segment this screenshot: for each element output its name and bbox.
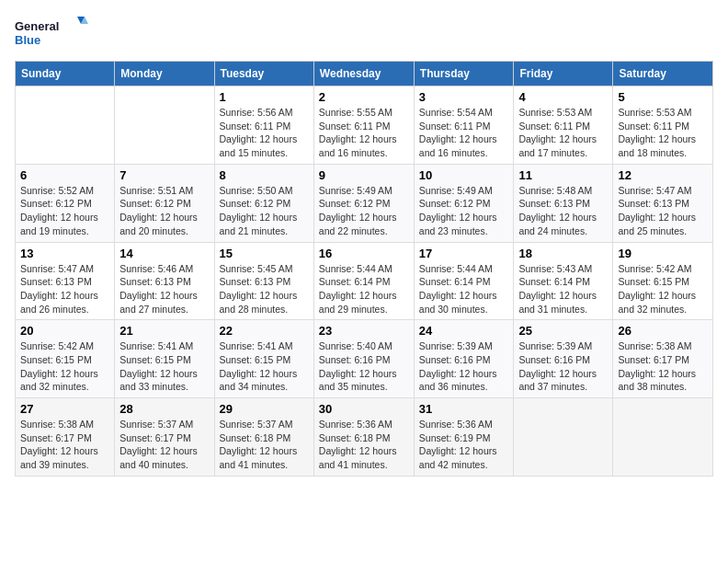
day-info: Sunrise: 5:43 AMSunset: 6:14 PMDaylight:… [518,262,608,316]
calendar-cell: 21Sunrise: 5:41 AMSunset: 6:15 PMDayligh… [115,320,214,398]
day-info: Sunrise: 5:51 AMSunset: 6:12 PMDaylight:… [119,184,209,238]
day-number: 26 [618,324,708,338]
day-number: 17 [419,247,509,260]
calendar-week-3: 13Sunrise: 5:47 AMSunset: 6:13 PMDayligh… [16,242,713,320]
day-number: 20 [20,324,109,338]
calendar-week-1: 1Sunrise: 5:56 AMSunset: 6:11 PMDaylight… [16,86,713,165]
day-info: Sunrise: 5:56 AMSunset: 6:11 PMDaylight:… [220,106,309,160]
day-info: Sunrise: 5:55 AMSunset: 6:11 PMDaylight:… [319,106,409,160]
day-number: 7 [119,168,209,182]
day-info: Sunrise: 5:53 AMSunset: 6:11 PMDaylight:… [618,106,708,160]
calendar-cell: 5Sunrise: 5:53 AMSunset: 6:11 PMDaylight… [613,86,713,165]
day-number: 18 [518,247,608,260]
weekday-header-wednesday: Wednesday [313,62,414,86]
day-info: Sunrise: 5:38 AMSunset: 6:17 PMDaylight:… [618,339,708,394]
calendar-cell: 17Sunrise: 5:44 AMSunset: 6:14 PMDayligh… [414,242,514,320]
day-info: Sunrise: 5:48 AMSunset: 6:13 PMDaylight:… [518,184,608,238]
day-info: Sunrise: 5:52 AMSunset: 6:12 PMDaylight:… [20,184,109,238]
day-number: 11 [518,168,608,182]
calendar-cell: 7Sunrise: 5:51 AMSunset: 6:12 PMDaylight… [115,164,214,242]
day-number: 15 [220,247,309,260]
weekday-header-tuesday: Tuesday [214,62,313,86]
day-number: 3 [419,90,509,104]
day-info: Sunrise: 5:39 AMSunset: 6:16 PMDaylight:… [518,339,608,394]
logo-svg: General Blue [15,15,88,52]
day-number: 9 [319,168,409,182]
calendar-cell: 4Sunrise: 5:53 AMSunset: 6:11 PMDaylight… [514,86,613,165]
day-info: Sunrise: 5:36 AMSunset: 6:19 PMDaylight:… [419,418,509,472]
calendar-cell: 2Sunrise: 5:55 AMSunset: 6:11 PMDaylight… [313,86,414,165]
logo: General Blue [15,15,88,52]
weekday-header-sunday: Sunday [16,62,115,86]
weekday-header-saturday: Saturday [613,62,713,86]
day-number: 29 [220,402,309,416]
calendar-week-5: 27Sunrise: 5:38 AMSunset: 6:17 PMDayligh… [16,398,713,477]
day-info: Sunrise: 5:44 AMSunset: 6:14 PMDaylight:… [319,262,409,316]
day-number: 14 [119,247,209,260]
calendar-cell: 26Sunrise: 5:38 AMSunset: 6:17 PMDayligh… [613,320,713,398]
day-info: Sunrise: 5:47 AMSunset: 6:13 PMDaylight:… [618,184,708,238]
weekday-header-row: SundayMondayTuesdayWednesdayThursdayFrid… [16,62,713,86]
day-number: 24 [419,324,509,338]
calendar-cell: 12Sunrise: 5:47 AMSunset: 6:13 PMDayligh… [613,164,713,242]
calendar-cell [613,398,713,477]
day-number: 22 [220,324,309,338]
day-info: Sunrise: 5:38 AMSunset: 6:17 PMDaylight:… [20,418,109,472]
calendar-cell: 15Sunrise: 5:45 AMSunset: 6:13 PMDayligh… [214,242,313,320]
svg-text:General: General [15,19,59,33]
calendar-cell: 19Sunrise: 5:42 AMSunset: 6:15 PMDayligh… [613,242,713,320]
calendar-cell: 3Sunrise: 5:54 AMSunset: 6:11 PMDaylight… [414,86,514,165]
calendar-cell: 31Sunrise: 5:36 AMSunset: 6:19 PMDayligh… [414,398,514,477]
day-info: Sunrise: 5:50 AMSunset: 6:12 PMDaylight:… [220,184,309,238]
day-info: Sunrise: 5:40 AMSunset: 6:16 PMDaylight:… [319,339,409,394]
day-number: 4 [518,90,608,104]
day-info: Sunrise: 5:44 AMSunset: 6:14 PMDaylight:… [419,262,509,316]
day-number: 13 [20,247,109,260]
calendar-cell: 22Sunrise: 5:41 AMSunset: 6:15 PMDayligh… [214,320,313,398]
calendar-cell: 8Sunrise: 5:50 AMSunset: 6:12 PMDaylight… [214,164,313,242]
calendar-cell [514,398,613,477]
day-info: Sunrise: 5:46 AMSunset: 6:13 PMDaylight:… [119,262,209,316]
calendar-cell: 1Sunrise: 5:56 AMSunset: 6:11 PMDaylight… [214,86,313,165]
calendar-table: SundayMondayTuesdayWednesdayThursdayFrid… [15,61,713,477]
day-number: 12 [618,168,708,182]
page-header: General Blue [15,15,713,52]
day-info: Sunrise: 5:54 AMSunset: 6:11 PMDaylight:… [419,106,509,160]
calendar-cell: 28Sunrise: 5:37 AMSunset: 6:17 PMDayligh… [115,398,214,477]
day-number: 28 [119,402,209,416]
calendar-cell [16,86,115,165]
day-number: 6 [20,168,109,182]
day-info: Sunrise: 5:53 AMSunset: 6:11 PMDaylight:… [518,106,608,160]
day-info: Sunrise: 5:41 AMSunset: 6:15 PMDaylight:… [220,339,309,394]
calendar-week-4: 20Sunrise: 5:42 AMSunset: 6:15 PMDayligh… [16,320,713,398]
day-number: 19 [618,247,708,260]
calendar-cell: 18Sunrise: 5:43 AMSunset: 6:14 PMDayligh… [514,242,613,320]
day-number: 8 [220,168,309,182]
day-info: Sunrise: 5:39 AMSunset: 6:16 PMDaylight:… [419,339,509,394]
day-number: 5 [618,90,708,104]
day-info: Sunrise: 5:42 AMSunset: 6:15 PMDaylight:… [618,262,708,316]
day-info: Sunrise: 5:37 AMSunset: 6:17 PMDaylight:… [119,418,209,472]
day-number: 10 [419,168,509,182]
day-info: Sunrise: 5:47 AMSunset: 6:13 PMDaylight:… [20,262,109,316]
weekday-header-thursday: Thursday [414,62,514,86]
calendar-cell: 13Sunrise: 5:47 AMSunset: 6:13 PMDayligh… [16,242,115,320]
day-number: 31 [419,402,509,416]
calendar-cell: 23Sunrise: 5:40 AMSunset: 6:16 PMDayligh… [313,320,414,398]
weekday-header-friday: Friday [514,62,613,86]
calendar-cell: 25Sunrise: 5:39 AMSunset: 6:16 PMDayligh… [514,320,613,398]
day-number: 27 [20,402,109,416]
calendar-cell: 24Sunrise: 5:39 AMSunset: 6:16 PMDayligh… [414,320,514,398]
calendar-cell: 6Sunrise: 5:52 AMSunset: 6:12 PMDaylight… [16,164,115,242]
calendar-cell: 27Sunrise: 5:38 AMSunset: 6:17 PMDayligh… [16,398,115,477]
day-number: 23 [319,324,409,338]
weekday-header-monday: Monday [115,62,214,86]
day-number: 30 [319,402,409,416]
day-info: Sunrise: 5:41 AMSunset: 6:15 PMDaylight:… [119,339,209,394]
day-info: Sunrise: 5:42 AMSunset: 6:15 PMDaylight:… [20,339,109,394]
day-info: Sunrise: 5:49 AMSunset: 6:12 PMDaylight:… [419,184,509,238]
day-number: 1 [220,90,309,104]
calendar-cell: 30Sunrise: 5:36 AMSunset: 6:18 PMDayligh… [313,398,414,477]
calendar-cell: 11Sunrise: 5:48 AMSunset: 6:13 PMDayligh… [514,164,613,242]
calendar-cell: 10Sunrise: 5:49 AMSunset: 6:12 PMDayligh… [414,164,514,242]
